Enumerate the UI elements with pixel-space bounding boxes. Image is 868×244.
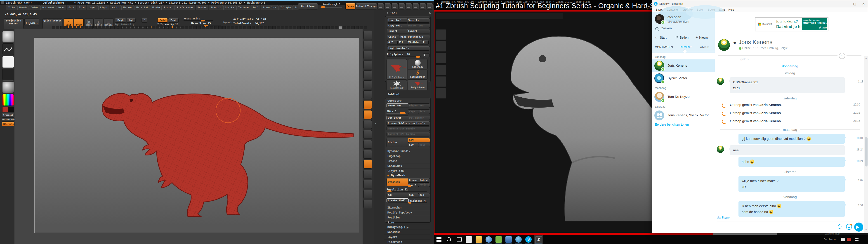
maximize-button[interactable]: ▢ <box>850 0 859 7</box>
lower-res-button[interactable]: Lower Res <box>386 103 409 108</box>
z-intensity-slider[interactable]: Z Intensity 20 <box>157 23 182 26</box>
search-field[interactable]: Zoeken <box>652 26 715 33</box>
lightbox-button[interactable]: LightBox <box>24 19 39 26</box>
right-shelf-icon[interactable] <box>364 81 372 89</box>
menu-macro[interactable]: Macro <box>110 5 121 10</box>
right-shelf-icon[interactable] <box>364 61 372 69</box>
dynamesh-button[interactable]: DynaMesh <box>386 178 409 186</box>
my-username[interactable]: dtcconan <box>668 15 681 19</box>
tab-recent[interactable]: RECENT <box>680 45 692 49</box>
lock-icon[interactable] <box>405 3 412 9</box>
skype-app[interactable]: S <box>525 236 532 243</box>
polysphere-trex-tool[interactable]: PolySphere <box>408 80 428 90</box>
nav-start[interactable]: Start <box>660 36 666 39</box>
contact-row[interactable]: ✓Sycrix_Victor <box>652 72 715 85</box>
goz-button[interactable]: GoZ <box>387 40 399 45</box>
simplebrush-tool[interactable]: S SimpleBrush <box>408 69 428 80</box>
menu-tool[interactable]: Tool <box>251 5 260 10</box>
add-button[interactable]: Add <box>386 193 409 197</box>
menu-transform[interactable]: Transform <box>261 5 278 10</box>
contact-avatar-large[interactable] <box>718 39 730 51</box>
cage-button[interactable]: Cage <box>408 109 420 114</box>
menu-render[interactable]: Render <box>196 5 209 10</box>
active-tool-slider[interactable]: PolySphere. 48 R <box>387 52 427 56</box>
see-through-slider[interactable]: See-through 0 <box>320 3 342 6</box>
scroll-up-arrow[interactable]: ▲ <box>865 57 867 59</box>
alternate-button[interactable]: Alternate <box>2 122 14 126</box>
freeze-subdivision-button[interactable]: Freeze SubDivision Levels <box>386 121 430 126</box>
blur-knob[interactable] <box>408 185 411 187</box>
message-bubble[interactable]: gij kunt toevallig geen dinos 3d modelle… <box>739 134 845 144</box>
color-picker[interactable] <box>2 94 14 106</box>
thickness-slider[interactable]: Thickness 4 <box>408 199 427 203</box>
copy-tool-button[interactable]: Copy Tool <box>387 24 408 28</box>
right-shelf-icon[interactable] <box>364 31 372 39</box>
active-tool-thumbnail[interactable]: PolySphere <box>386 59 407 80</box>
section-dynamic-subdiv[interactable]: Dynamic Subdiv <box>384 149 430 153</box>
polymesh3d-star-tool[interactable]: PolyMesh3D <box>386 80 407 90</box>
section-zremesher[interactable]: ZRemesher <box>384 205 430 210</box>
texture-thumbnail[interactable] <box>2 69 14 81</box>
paste-doc-icon[interactable] <box>399 3 405 9</box>
m-button[interactable]: M <box>142 18 147 23</box>
right-shelf-icon[interactable] <box>364 130 372 139</box>
focal-shift-knob[interactable] <box>201 20 205 22</box>
right-shelf-icon[interactable] <box>364 200 372 208</box>
visible-button[interactable]: Visible <box>407 40 423 45</box>
message-bubble[interactable]: CSGObanaan01z1r0i <box>730 77 845 93</box>
tray-grid-icon[interactable] <box>855 238 859 241</box>
skype-titlebar[interactable]: S Skype™ - dtcconan — ▢ ✕ <box>652 0 868 7</box>
create-shell-button[interactable]: Create Shell <box>386 199 409 203</box>
convert-bpr-button[interactable]: Convert BPR To Geo <box>386 132 430 136</box>
see-through-knob[interactable] <box>321 6 325 8</box>
menu-color[interactable]: Color <box>29 5 40 10</box>
nav-back-icon[interactable] <box>377 3 384 9</box>
reuv-button[interactable]: ReUV <box>418 143 430 147</box>
goz-r-button[interactable]: R <box>422 40 429 45</box>
menus-toggle-button[interactable]: Menus <box>345 3 355 9</box>
sdiv-knob[interactable] <box>400 112 405 114</box>
menu-texture[interactable]: Texture <box>237 5 250 10</box>
media-app[interactable] <box>515 236 522 243</box>
menu-marker[interactable]: Marker <box>121 5 134 10</box>
del-higher-button[interactable]: Del Higher <box>408 116 430 120</box>
dynamic-label[interactable]: Dynamic <box>223 21 233 24</box>
palette-restore-icon[interactable]: ↻ <box>429 11 431 15</box>
rstr-button[interactable]: Rstr <box>418 109 430 114</box>
skype-menu-help[interactable]: Help <box>728 7 734 12</box>
section-shadowbox[interactable]: ShadowBox <box>384 163 430 168</box>
quicksave-button[interactable]: QuickSave <box>298 3 318 9</box>
del-lower-button[interactable]: Del Lower <box>386 116 409 120</box>
section-edgeloop[interactable]: EdgeLoop <box>384 154 430 158</box>
alpha-thumbnail[interactable] <box>2 56 14 68</box>
sub-button[interactable]: Sub <box>408 193 420 197</box>
load-tool-button[interactable]: Load Tool <box>387 18 408 23</box>
filter-dropdown[interactable]: Alles ▾ <box>700 45 709 49</box>
divide-button[interactable]: Divide <box>386 138 409 147</box>
paste-tool-button[interactable]: Paste Tool <box>407 24 430 28</box>
menu-preferences[interactable]: Preferences <box>175 5 195 10</box>
zbrush-document-canvas[interactable] <box>34 38 359 233</box>
contact-row[interactable]: ✓Joris Kenens <box>652 59 715 72</box>
active-tool-knob[interactable] <box>416 56 420 58</box>
task-view-button[interactable] <box>456 236 462 243</box>
zsub-button[interactable]: Zsub <box>168 18 179 23</box>
close-doc-icon[interactable] <box>427 3 433 9</box>
right-shelf-icon[interactable] <box>364 190 372 199</box>
menu-edit[interactable]: Edit <box>67 5 76 10</box>
import-doc-icon[interactable] <box>412 3 419 9</box>
right-shelf-icon[interactable] <box>364 150 372 159</box>
reconstruct-subdiv-button[interactable]: Reconstruct Subdiv <box>386 126 430 131</box>
right-shelf-icon[interactable] <box>364 70 372 79</box>
geometry-section[interactable]: Geometry <box>388 99 402 102</box>
right-shelf-icon[interactable] <box>364 41 372 49</box>
close-button[interactable]: ✕ <box>859 0 868 7</box>
menu-brush[interactable]: Brush <box>18 5 29 10</box>
rgb-button[interactable]: Rgb <box>127 18 135 23</box>
polish-button[interactable]: Polish <box>418 178 430 183</box>
send-message-button[interactable] <box>854 222 863 232</box>
right-shelf-icon[interactable] <box>364 90 372 99</box>
groups-button[interactable]: Groups <box>408 178 420 183</box>
export-button[interactable]: Export <box>407 29 430 33</box>
blur-slider[interactable]: Blur 2 <box>408 183 417 187</box>
